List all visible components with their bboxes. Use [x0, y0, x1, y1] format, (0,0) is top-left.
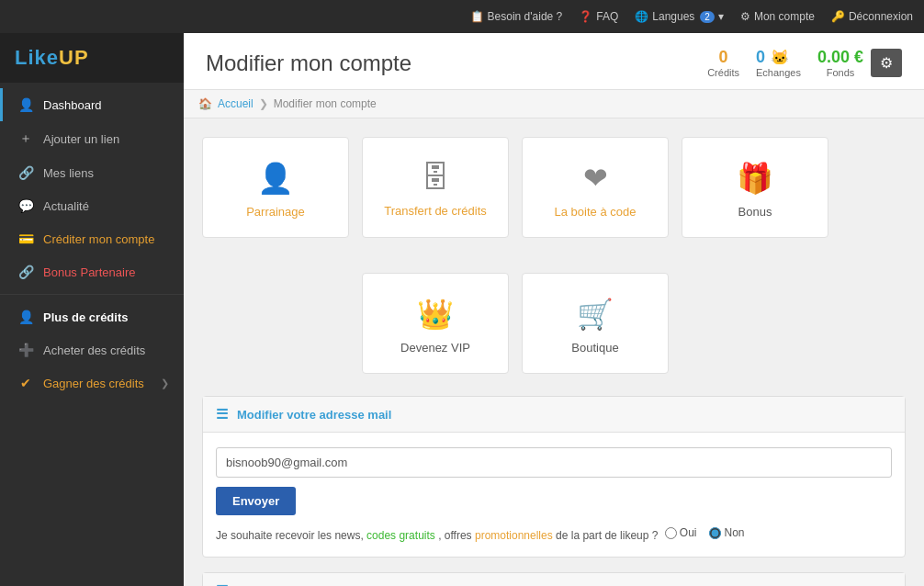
faq-label: FAQ — [596, 10, 618, 23]
sidebar-item-label: Créditer mon compte — [43, 232, 154, 246]
sidebar-item-label: Acheter des crédits — [43, 344, 145, 357]
user-icon: ⚙ — [740, 10, 750, 23]
gift-icon: 🎁 — [737, 161, 773, 196]
content: 👤 Parrainage 🗄 Transfert de crédits ❤ La… — [184, 118, 924, 586]
main-header: Modifier mon compte 0 Crédits 0 🐱 Echang… — [184, 33, 924, 90]
card-label: Transfert de crédits — [384, 204, 487, 218]
exchanges-stat: 0 🐱 Echanges — [756, 48, 801, 78]
card-label: Bonus — [738, 205, 772, 219]
help-link[interactable]: 📋 Besoin d'aide ? — [470, 10, 563, 23]
card-label: Parrainage — [246, 205, 305, 219]
account-link[interactable]: ⚙ Mon compte — [740, 10, 815, 23]
sidebar-item-credit[interactable]: 💳 Créditer mon compte — [0, 222, 184, 255]
sidebar-item-news[interactable]: 💬 Actualité — [0, 189, 184, 222]
person-icon: 👤 — [257, 161, 294, 196]
sidebar-item-label: Bonus Partenaire — [43, 265, 135, 279]
radio-oui-text: Oui — [680, 526, 697, 539]
breadcrumb-current: Modifier mon compte — [274, 97, 377, 110]
breadcrumb-separator: ❯ — [259, 97, 268, 110]
arrow-icon: ❯ — [161, 378, 169, 389]
link-icon: 🔗 — [17, 165, 34, 180]
card-label: Devenez VIP — [400, 341, 470, 355]
radio-non[interactable] — [709, 527, 721, 539]
infos-panel-header: ☰ Modifier vos infos — [203, 573, 905, 587]
logout-link[interactable]: 🔑 Déconnexion — [831, 10, 913, 23]
person-icon: 👤 — [17, 310, 34, 324]
newsletter-text: Je souhaite recevoir les news, codes gra… — [216, 526, 892, 542]
home-icon: 🏠 — [198, 97, 212, 110]
sidebar-item-earn-credits[interactable]: ✔ Gagner des crédits ❯ — [0, 366, 184, 400]
radio-group: Oui Non — [665, 526, 745, 539]
main: Modifier mon compte 0 Crédits 0 🐱 Echang… — [184, 33, 924, 586]
credits-stat: 0 Crédits — [707, 48, 739, 78]
chevron-down-icon: ▾ — [718, 10, 724, 23]
email-panel-body: Envoyer Je souhaite recevoir les news, c… — [203, 433, 905, 557]
card-vip[interactable]: 👑 Devenez VIP — [362, 273, 509, 374]
cart-icon: 🛒 — [577, 297, 614, 332]
funds-label: Fonds — [817, 67, 863, 78]
card-parrainage[interactable]: 👤 Parrainage — [202, 137, 349, 238]
breadcrumb-home[interactable]: Accueil — [218, 97, 254, 110]
logout-label: Déconnexion — [849, 10, 913, 23]
help-icon: 📋 — [470, 10, 484, 23]
credit-icon: 💳 — [17, 231, 34, 246]
newsletter-part2: codes gratuits — [366, 529, 435, 542]
card-transfert[interactable]: 🗄 Transfert de crédits — [362, 137, 509, 238]
help-label: Besoin d'aide ? — [488, 10, 563, 23]
funds-value: 0.00 € — [817, 48, 863, 67]
logo-up: UP — [59, 46, 89, 69]
sidebar-section-label: Plus de crédits — [43, 310, 128, 324]
add-circle-icon: ➕ — [17, 343, 34, 357]
card-bonus[interactable]: 🎁 Bonus — [682, 137, 828, 238]
sidebar-nav: 👤 Dashboard ＋ Ajouter un lien 🔗 Mes lien… — [0, 83, 184, 586]
newsletter-part3: , offres — [438, 529, 471, 542]
list-icon2: ☰ — [216, 582, 228, 587]
infos-panel: ☰ Modifier vos infos — [202, 572, 906, 587]
database-icon: 🗄 — [421, 161, 450, 195]
sidebar-item-dashboard[interactable]: 👤 Dashboard — [0, 88, 184, 121]
email-panel-header: ☰ Modifier votre adresse mail — [203, 397, 905, 433]
sidebar-item-add-link[interactable]: ＋ Ajouter un lien — [0, 121, 184, 156]
sidebar-item-my-links[interactable]: 🔗 Mes liens — [0, 156, 184, 189]
sidebar-item-label: Ajouter un lien — [43, 132, 119, 146]
radio-non-label[interactable]: Non — [709, 526, 744, 539]
sidebar-item-bonus[interactable]: 🔗 Bonus Partenaire — [0, 255, 184, 288]
account-label: Mon compte — [754, 10, 815, 23]
sidebar-item-buy-credits[interactable]: ➕ Acheter des crédits — [0, 333, 184, 366]
newsletter-part1: Je souhaite recevoir les news, — [216, 529, 364, 542]
card-boutique[interactable]: 🛒 Boutique — [522, 273, 669, 374]
faq-icon: ❓ — [579, 10, 592, 23]
list-icon: ☰ — [216, 406, 228, 423]
card-boite-code[interactable]: ❤ La boite à code — [522, 137, 669, 238]
sidebar-item-label: Mes liens — [43, 166, 94, 180]
card-label: Boutique — [571, 341, 618, 355]
credits-label: Crédits — [707, 67, 739, 78]
exchanges-value: 0 — [756, 48, 765, 67]
exchange-icon: 🐱 — [771, 49, 789, 66]
chat-icon: 💬 — [17, 198, 34, 213]
radio-non-text: Non — [724, 526, 744, 539]
logo-like: Like — [15, 46, 59, 69]
logo: LikeUP — [0, 33, 184, 83]
heart-icon: ❤ — [583, 161, 608, 196]
lang-link[interactable]: 🌐 Langues 2 ▾ — [635, 10, 724, 23]
faq-link[interactable]: ❓ FAQ — [579, 10, 618, 23]
cards-row2: 👑 Devenez VIP 🛒 Boutique — [362, 273, 906, 374]
header-stats: 0 Crédits 0 🐱 Echanges 0.00 € Fonds — [707, 48, 863, 78]
email-panel-title: Modifier votre adresse mail — [237, 408, 391, 422]
radio-oui[interactable] — [665, 527, 677, 539]
settings-button[interactable]: ⚙ — [871, 49, 902, 77]
email-input[interactable] — [216, 447, 892, 478]
radio-oui-label[interactable]: Oui — [665, 526, 697, 539]
cards-grid: 👤 Parrainage 🗄 Transfert de crédits ❤ La… — [202, 137, 906, 251]
credits-value: 0 — [707, 48, 739, 67]
sidebar: LikeUP 👤 Dashboard ＋ Ajouter un lien 🔗 M… — [0, 33, 184, 586]
bonus-icon: 🔗 — [17, 265, 34, 279]
crown-icon: 👑 — [417, 297, 454, 332]
send-button[interactable]: Envoyer — [216, 487, 296, 515]
exchanges-label: Echanges — [756, 67, 801, 78]
sidebar-item-label: Dashboard — [43, 98, 102, 112]
sidebar-section-more: 👤 Plus de crédits — [0, 300, 184, 333]
lang-label: Langues — [652, 10, 694, 23]
lang-badge: 2 — [700, 11, 715, 23]
